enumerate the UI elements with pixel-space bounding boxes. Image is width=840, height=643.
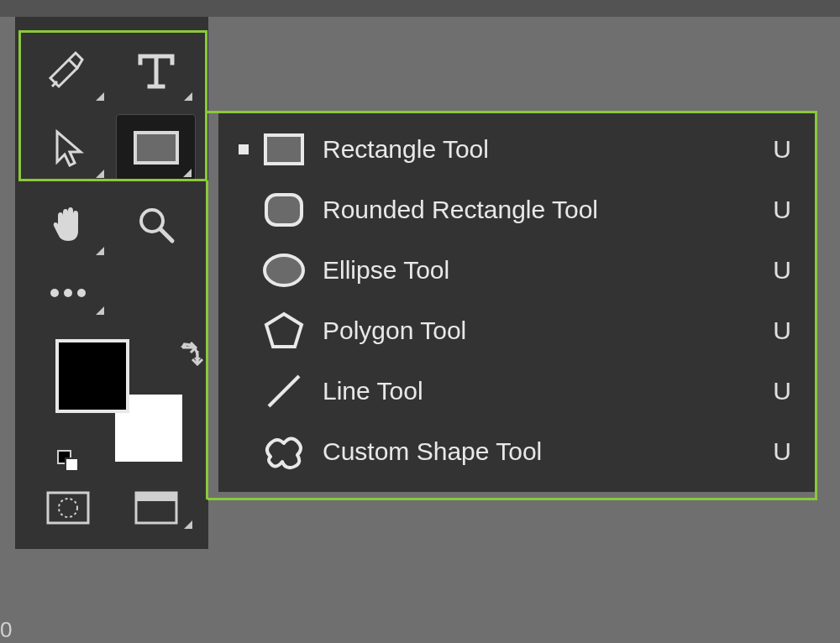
flyout-item-shortcut: U [773,377,791,405]
svg-rect-7 [66,458,78,471]
more-icon [50,288,87,298]
screen-mode-button[interactable] [116,484,196,532]
flyout-rounded-rectangle-tool[interactable]: Rounded Rectangle Tool U [218,180,815,240]
empty-slot [116,268,196,318]
zoom-level: 0 [0,617,12,643]
flyout-item-shortcut: U [773,316,791,345]
zoom-tool[interactable] [116,191,196,259]
flyout-item-label: Custom Shape Tool [323,437,773,466]
flyout-rectangle-tool[interactable]: Rectangle Tool U [218,119,815,180]
edit-toolbar-button[interactable] [28,268,108,318]
svg-rect-8 [48,493,88,523]
svg-marker-16 [266,314,302,347]
swap-colors-button[interactable] [179,339,206,366]
toolbox-panel [15,17,208,549]
polygon-icon [260,307,307,354]
rectangle-icon [260,126,307,173]
type-tool[interactable] [116,37,196,104]
svg-rect-12 [239,144,249,154]
svg-point-5 [77,289,86,297]
svg-point-15 [265,255,303,285]
screen-mode-icon [134,491,178,525]
flyout-item-label: Ellipse Tool [323,256,773,285]
type-icon [135,50,177,91]
svg-point-4 [64,289,72,297]
flyout-line-tool[interactable]: Line Tool U [218,361,815,421]
annotation-highlight [206,180,208,499]
svg-line-17 [269,376,299,406]
pen-tool[interactable] [28,37,108,104]
color-swatches [24,331,200,473]
selected-indicator [235,144,252,154]
ellipse-icon [260,247,307,294]
svg-point-9 [59,499,77,517]
flyout-item-shortcut: U [773,135,791,164]
flyout-ellipse-tool[interactable]: Ellipse Tool U [218,240,815,301]
pen-icon [47,50,89,91]
flyout-item-shortcut: U [773,196,791,224]
flyout-polygon-tool[interactable]: Polygon Tool U [218,301,815,361]
hand-icon [47,204,89,246]
foreground-color-swatch[interactable] [55,339,129,413]
arrow-icon [49,128,87,167]
default-colors-button[interactable] [57,450,79,472]
rectangle-tool[interactable] [116,114,196,181]
flyout-item-shortcut: U [773,437,791,466]
hand-tool[interactable] [28,191,108,259]
default-colors-icon [57,450,79,472]
svg-rect-11 [136,493,176,501]
quick-mask-button[interactable] [28,484,108,532]
zoom-icon [135,204,177,246]
shape-tool-flyout: Rectangle Tool U Rounded Rectangle Tool … [218,111,815,492]
flyout-custom-shape-tool[interactable]: Custom Shape Tool U [218,421,815,482]
app-top-bar [0,0,840,17]
line-icon [260,368,307,415]
path-selection-tool[interactable] [28,114,108,181]
flyout-item-label: Rectangle Tool [323,135,773,164]
svg-rect-0 [135,133,177,163]
annotation-highlight [207,111,816,113]
flyout-item-label: Polygon Tool [323,316,773,345]
flyout-item-label: Line Tool [323,377,773,405]
custom-shape-icon [260,428,307,475]
swap-icon [179,339,206,366]
svg-rect-14 [266,195,302,225]
svg-rect-13 [265,135,302,164]
quick-mask-icon [46,491,90,525]
flyout-item-shortcut: U [773,256,791,285]
flyout-item-label: Rounded Rectangle Tool [323,196,773,224]
annotation-highlight [815,111,817,500]
rectangle-icon [132,129,181,166]
annotation-highlight [207,498,817,500]
svg-line-2 [160,229,172,241]
svg-point-3 [50,289,59,297]
rounded-rectangle-icon [260,186,307,233]
